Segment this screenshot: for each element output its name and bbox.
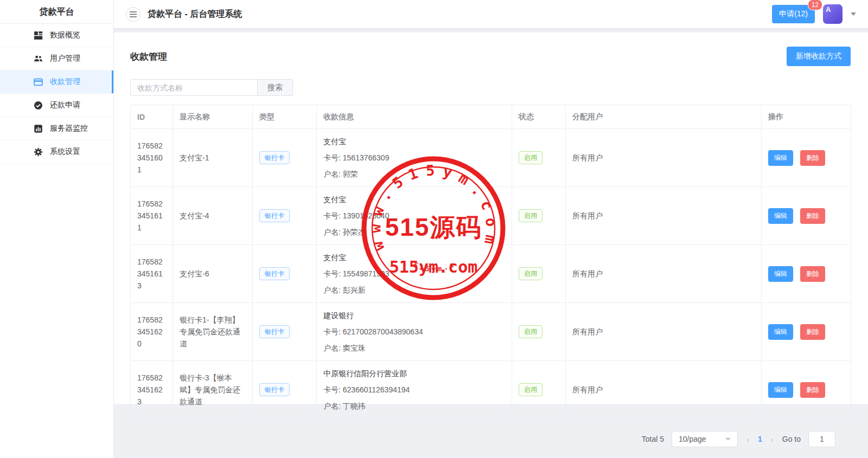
search-button[interactable]: 搜索 [258, 79, 293, 96]
status-badge: 启用 [519, 325, 542, 338]
edit-button[interactable]: 编辑 [768, 150, 793, 166]
status-badge: 启用 [519, 383, 542, 396]
cell-status: 启用 [512, 245, 566, 303]
app-logo: 贷款平台 [0, 0, 113, 24]
payment-holder-name: 户名: 窦宝珠 [323, 340, 505, 356]
cell-id: 1765823451623 [131, 361, 173, 419]
sidebar-item-system-settings[interactable]: 系统设置 [0, 140, 113, 164]
cell-type: 银行卡 [253, 187, 317, 245]
sidebar-item-data-overview[interactable]: 数据概览 [0, 24, 113, 47]
table-row: 1765823451613 支付宝-6 银行卡 支付宝 卡号: 15549871… [131, 245, 851, 303]
cell-id: 1765823451620 [131, 303, 173, 361]
sidebar: 贷款平台 数据概览 用户管理 收款管理 还款申请 [0, 0, 114, 458]
payment-card-number: 卡号: 15613766309 [323, 150, 505, 166]
sidebar-item-label: 系统设置 [50, 147, 80, 157]
prev-page-button[interactable]: ‹ [745, 435, 750, 444]
cell-status: 启用 [512, 187, 566, 245]
cell-status: 启用 [512, 129, 566, 187]
edit-button[interactable]: 编辑 [768, 382, 793, 398]
payment-methods-table: ID 显示名称 类型 收款信息 状态 分配用户 操作 1765823451601… [130, 105, 851, 419]
pagination-total: Total 5 [642, 435, 664, 443]
check-circle-icon [34, 101, 43, 110]
table-row: 1765823451620 银行卡1-【李翔】专属免罚金还款通道 银行卡 建设银… [131, 303, 851, 361]
chevron-down-icon [725, 438, 731, 441]
payment-info-title: 支付宝 [323, 249, 505, 266]
applications-button[interactable]: 申请(12) 12 [772, 5, 815, 23]
gear-icon [34, 147, 43, 157]
status-badge: 启用 [519, 151, 542, 164]
goto-page-input[interactable] [808, 431, 835, 447]
payment-holder-name: 户名: 孙荣杰 [323, 224, 505, 240]
sidebar-item-user-management[interactable]: 用户管理 [0, 47, 113, 70]
cell-type: 银行卡 [253, 361, 317, 419]
sidebar-item-repayment-application[interactable]: 还款申请 [0, 94, 113, 117]
delete-button[interactable]: 删除 [800, 324, 825, 340]
payment-card-number: 卡号: 13901628040 [323, 208, 505, 224]
payment-holder-name: 户名: 丁晓祎 [323, 398, 505, 414]
pagination: Total 5 10/page ‹ 1 › Go to [130, 431, 851, 447]
cell-type: 银行卡 [253, 129, 317, 187]
user-menu-caret-icon[interactable] [851, 12, 856, 16]
delete-button[interactable]: 删除 [800, 150, 825, 166]
cell-actions: 编辑 删除 [762, 245, 851, 303]
payment-card-number: 卡号: 6236601126394194 [323, 382, 505, 398]
table-row: 1765823451623 银行卡-3【缑本斌】专属免罚金还款通道 银行卡 中原… [131, 361, 851, 419]
type-tag: 银行卡 [259, 151, 290, 164]
cell-payment-info: 支付宝 卡号: 15613766309 户名: 郭荣 [317, 129, 512, 187]
cell-display-name: 支付宝-1 [173, 129, 253, 187]
payment-card-number: 卡号: 15549871993 [323, 266, 505, 282]
cell-display-name: 支付宝-4 [173, 187, 253, 245]
cell-payment-info: 中原银行信阳分行营业部 卡号: 6236601126394194 户名: 丁晓祎 [317, 361, 512, 419]
add-payment-method-button[interactable]: 新增收款方式 [787, 47, 851, 66]
cell-assigned-users: 所有用户 [566, 245, 762, 303]
cell-actions: 编辑 删除 [762, 303, 851, 361]
page-title: 收款管理 [130, 50, 167, 63]
page-size-select[interactable]: 10/page [672, 431, 738, 447]
next-page-button[interactable]: › [770, 435, 775, 444]
type-tag: 银行卡 [259, 209, 290, 222]
cell-actions: 编辑 删除 [762, 361, 851, 419]
table-row: 1765823451611 支付宝-4 银行卡 支付宝 卡号: 13901628… [131, 187, 851, 245]
column-header-id: ID [131, 105, 173, 129]
cell-actions: 编辑 删除 [762, 187, 851, 245]
cell-assigned-users: 所有用户 [566, 129, 762, 187]
cell-payment-info: 建设银行 卡号: 6217002870043890634 户名: 窦宝珠 [317, 303, 512, 361]
cell-assigned-users: 所有用户 [566, 361, 762, 419]
payment-info-title: 支付宝 [323, 133, 505, 150]
users-icon [34, 54, 43, 63]
status-badge: 启用 [519, 267, 542, 280]
cell-id: 1765823451613 [131, 245, 173, 303]
cell-status: 启用 [512, 361, 566, 419]
notification-badge: 12 [808, 0, 822, 10]
hamburger-menu-icon[interactable] [126, 7, 141, 22]
search-input[interactable] [130, 79, 258, 96]
sidebar-item-payment-management[interactable]: 收款管理 [0, 70, 113, 94]
delete-button[interactable]: 删除 [800, 266, 825, 282]
cell-payment-info: 支付宝 卡号: 15549871993 户名: 彭兴新 [317, 245, 512, 303]
delete-button[interactable]: 删除 [800, 382, 825, 398]
payment-info-title: 支付宝 [323, 191, 505, 208]
column-header-info: 收款信息 [317, 105, 512, 129]
payment-info-title: 中原银行信阳分行营业部 [323, 365, 505, 382]
table-header-row: ID 显示名称 类型 收款信息 状态 分配用户 操作 [131, 105, 851, 129]
server-monitor-icon [34, 124, 43, 133]
cell-display-name: 银行卡-3【缑本斌】专属免罚金还款通道 [173, 361, 253, 419]
current-page-button[interactable]: 1 [758, 435, 762, 443]
status-badge: 启用 [519, 209, 542, 222]
edit-button[interactable]: 编辑 [768, 208, 793, 224]
edit-button[interactable]: 编辑 [768, 324, 793, 340]
column-header-name: 显示名称 [173, 105, 253, 129]
user-avatar[interactable]: A [823, 4, 843, 24]
app-title: 贷款平台 - 后台管理系统 [148, 9, 242, 20]
type-tag: 银行卡 [259, 267, 290, 280]
payment-card-number: 卡号: 6217002870043890634 [323, 324, 505, 340]
table-row: 1765823451601 支付宝-1 银行卡 支付宝 卡号: 15613766… [131, 129, 851, 187]
delete-button[interactable]: 删除 [800, 208, 825, 224]
main-content: 收款管理 新增收款方式 搜索 ID 显示名称 类型 收款信息 状态 分配用户 操… [114, 33, 868, 404]
edit-button[interactable]: 编辑 [768, 266, 793, 282]
cell-display-name: 支付宝-6 [173, 245, 253, 303]
cell-id: 1765823451611 [131, 187, 173, 245]
column-header-status: 状态 [512, 105, 566, 129]
sidebar-item-server-monitor[interactable]: 服务器监控 [0, 117, 113, 140]
sidebar-item-label: 数据概览 [50, 30, 80, 40]
